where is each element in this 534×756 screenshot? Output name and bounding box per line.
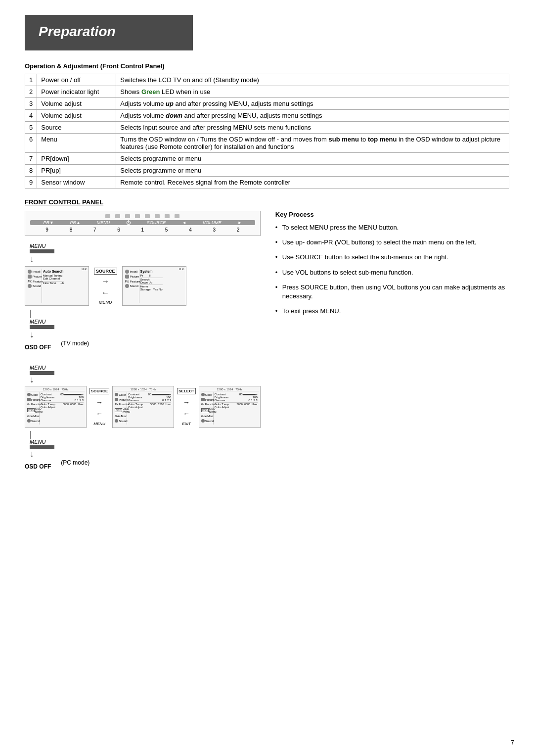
list-item: To select MENU press the MENU button. (275, 223, 509, 232)
table-row: 3 Volume adjust Adjusts volume up and af… (25, 98, 509, 110)
page-title: Preparation (39, 24, 116, 39)
table-row: 5 Source Selects input source and after … (25, 122, 509, 134)
screen-left-1: Install Picture FxFeature Sound Auto Sea… (25, 266, 89, 306)
select-btn: SELECT (177, 388, 196, 394)
pc-screen-2: 1280 x 1024 75Hz Color Picture FxFunctio… (112, 386, 174, 428)
header-box: Preparation (25, 15, 193, 50)
lower-section: PR▼ PR▲ MENU ⏻ SOURCE ◄ VOLUME ► 9876154… (25, 211, 509, 473)
table-row: 4 Volume adjust Adjusts volume down and … (25, 110, 509, 122)
tv-mode-label: (TV mode) (61, 340, 89, 347)
key-process-title: Key Process (275, 211, 509, 218)
table-row: 8 PR[up] Selects programme or menu (25, 165, 509, 177)
screen-pair-1: Install Picture FxFeature Sound Auto Sea… (25, 266, 261, 306)
list-item: Use VOL buttons to select sub-menu funct… (275, 268, 509, 277)
key-process-list: To select MENU press the MENU button. Us… (275, 223, 509, 316)
right-text: Key Process To select MENU press the MEN… (270, 211, 509, 322)
left-diagrams: PR▼ PR▲ MENU ⏻ SOURCE ◄ VOLUME ► 9876154… (25, 211, 261, 473)
list-item: Press SOURCE button, then using VOL butt… (275, 283, 509, 301)
osd-off-pc-label: OSD OFF (25, 463, 51, 470)
list-item: To exit press MENU. (275, 307, 509, 316)
osd-off-label: OSD OFF (25, 344, 51, 351)
tv-mode-flow: MENU ↓ Install Picture FxFeature Sound (25, 243, 261, 473)
table-row: 9 Sensor window Remote control. Receives… (25, 177, 509, 189)
source-btn-pc-1: SOURCE (89, 388, 109, 394)
screen-right-1: Install Picture FxFeature Sound System P… (122, 266, 186, 306)
section1-title: Operation & Adjustment (Front Control Pa… (25, 62, 509, 70)
pc-screens-row: 1280 x 1024 75Hz Color Picture FxFunctio… (25, 386, 261, 428)
table-row: 1 Power on / off Switches the LCD TV on … (25, 74, 509, 86)
panel-diagram: PR▼ PR▲ MENU ⏻ SOURCE ◄ VOLUME ► 9876154… (25, 211, 261, 236)
pc-screen-3: 1280 x 1024 75Hz Color Picture FxFunctio… (199, 386, 261, 428)
pc-mode-section: MENU ↓ 1280 x 1024 75Hz Color Picture Fx… (25, 358, 261, 473)
front-panel-title: FRONT CONTROL PANEL (25, 198, 509, 206)
table-row: 6 Menu Turns the OSD window on / Turns t… (25, 134, 509, 153)
list-item: Use up- down-PR (VOL buttons) to select … (275, 238, 509, 247)
pc-screen-1: 1280 x 1024 75Hz Color Picture FxFunctio… (25, 386, 87, 428)
source-btn-1: SOURCE (94, 268, 117, 275)
control-table: 1 Power on / off Switches the LCD TV on … (25, 74, 509, 189)
table-row: 2 Power indicator light Shows Green LED … (25, 86, 509, 98)
list-item: Use SOURCE button to select the sub-menu… (275, 253, 509, 262)
table-row: 7 PR[down] Selects programme or menu (25, 153, 509, 165)
page-number: 7 (511, 739, 514, 746)
pc-mode-label: (PC mode) (61, 459, 89, 466)
